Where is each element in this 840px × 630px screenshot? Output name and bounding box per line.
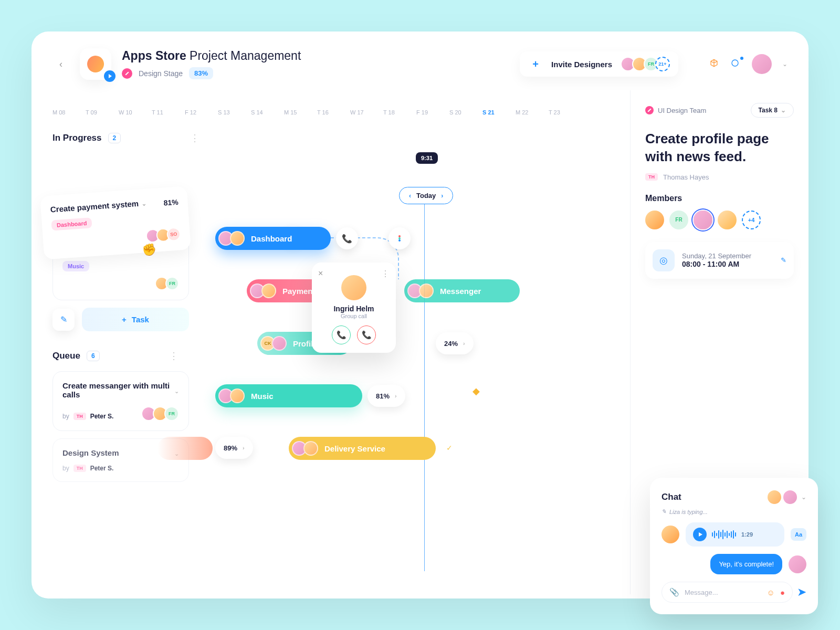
count-badge: 2: [108, 133, 121, 143]
percent-badge: 24%›: [436, 332, 474, 354]
chevron-right-icon: ›: [441, 192, 443, 200]
task-title: Create profile page with news feed.: [645, 130, 794, 166]
call-icon[interactable]: 📞: [336, 227, 358, 249]
chevron-down-icon[interactable]: ⌄: [801, 494, 806, 501]
cube-icon[interactable]: [710, 59, 720, 69]
team-label: UI Design Team: [645, 106, 706, 114]
team-icon: [645, 106, 654, 114]
edit-schedule-icon[interactable]: ✎: [781, 256, 786, 264]
sketch-icon: ◆: [472, 385, 480, 397]
timeline-day[interactable]: S 13: [218, 109, 251, 116]
avatar-badge: FR: [164, 406, 179, 421]
timeline-day[interactable]: W 17: [350, 109, 383, 116]
plus-icon: +: [528, 57, 543, 71]
call-popup: × ⋮ Ingrid Helm Group call 📞 📞: [312, 262, 396, 353]
avatar-badge: SO: [166, 227, 181, 242]
edit-button[interactable]: ✎: [52, 309, 75, 331]
gantt-bar-delivery[interactable]: Delivery Service: [289, 437, 436, 460]
attach-icon[interactable]: 📎: [669, 587, 679, 597]
tag: Dashboard: [51, 217, 92, 230]
timeline-day[interactable]: F 12: [185, 109, 218, 116]
waveform-icon: [712, 530, 736, 539]
members-heading: Members: [645, 194, 794, 203]
add-task-button[interactable]: +Task: [82, 308, 189, 331]
send-button[interactable]: ➤: [797, 585, 806, 599]
svg-point-0: [732, 60, 738, 66]
figma-icon[interactable]: [388, 227, 411, 249]
chevron-down-icon[interactable]: ⌄: [782, 60, 788, 68]
task-card[interactable]: Create messanger with multi calls ⌄ by T…: [52, 371, 189, 431]
now-indicator: [424, 204, 425, 571]
gantt-bar-dashboard[interactable]: Dashboard: [215, 227, 331, 250]
text-toggle[interactable]: Aa: [791, 528, 806, 541]
percent-badge: 89%›: [215, 437, 253, 459]
mic-icon[interactable]: ●: [780, 588, 785, 597]
svg-point-2: [398, 237, 401, 239]
avatar-overflow[interactable]: 21+: [655, 57, 670, 71]
play-icon[interactable]: [693, 528, 707, 541]
typing-indicator: ✎Liza is typing...: [662, 508, 806, 515]
member-avatar[interactable]: FR: [669, 211, 688, 229]
timeline-day[interactable]: M 15: [284, 109, 317, 116]
back-button[interactable]: ‹: [52, 56, 69, 72]
today-button[interactable]: ‹ Today ›: [399, 187, 453, 204]
more-icon[interactable]: ⋮: [381, 269, 390, 279]
avatar: [782, 489, 798, 505]
count-badge: 6: [87, 351, 100, 361]
play-badge-icon[interactable]: [104, 70, 116, 82]
timeline-day[interactable]: T 09: [86, 109, 119, 116]
avatar: [789, 555, 806, 573]
timeline-day[interactable]: W 10: [119, 109, 152, 116]
message-input[interactable]: 📎 Message... ☺ ●: [662, 582, 793, 603]
avatar: [766, 489, 782, 505]
caller-avatar: [341, 275, 366, 300]
percent-badge: 81%›: [368, 385, 405, 407]
task-selector[interactable]: Task 8⌄: [751, 103, 794, 118]
timeline-day[interactable]: T 23: [549, 109, 582, 116]
member-overflow[interactable]: +4: [742, 211, 761, 229]
profile-avatar[interactable]: [752, 54, 772, 74]
invite-designers[interactable]: + Invite Designers FR 21+: [520, 51, 678, 77]
timeline-day[interactable]: S 20: [449, 109, 482, 116]
chevron-down-icon: ⌄: [174, 388, 179, 395]
member-avatar[interactable]: [645, 211, 664, 229]
more-icon[interactable]: ⋮: [190, 132, 200, 144]
chat-panel: Chat ⌄ ✎Liza is typing... 1:29 Aa Yep, i…: [650, 478, 818, 614]
gantt-bar-messenger[interactable]: Messenger: [404, 279, 520, 302]
timeline-day[interactable]: T 11: [152, 109, 185, 116]
tag: Music: [62, 261, 89, 271]
gantt-bar-music[interactable]: Music: [215, 384, 362, 407]
timeline-day[interactable]: F 19: [416, 109, 449, 116]
timeline-day[interactable]: S 14: [251, 109, 284, 116]
close-icon[interactable]: ×: [318, 269, 323, 278]
member-avatar-active[interactable]: [694, 211, 712, 229]
message-bubble: Yep, it's complete!: [710, 554, 782, 574]
svg-point-3: [398, 239, 401, 242]
timeline-day[interactable]: T 16: [317, 109, 350, 116]
svg-point-1: [398, 235, 401, 237]
voice-message[interactable]: 1:29: [686, 522, 784, 547]
avatar: [662, 526, 679, 543]
gantt-bar-prev[interactable]: [158, 437, 213, 460]
section-title: Queue: [52, 351, 80, 361]
member-avatar[interactable]: [718, 211, 737, 229]
timeline-day[interactable]: M 08: [52, 109, 86, 116]
grab-cursor-icon: ✊: [142, 243, 157, 257]
more-icon[interactable]: ⋮: [169, 350, 178, 362]
emoji-icon[interactable]: ☺: [767, 588, 775, 597]
chevron-left-icon: ‹: [409, 192, 411, 200]
stage-icon: [122, 68, 132, 79]
task-card-dragging[interactable]: Create payment system⌄ 81% Dashboard SO …: [40, 186, 191, 259]
chat-title: Chat: [662, 492, 681, 502]
section-title: In Progress: [52, 133, 102, 143]
timeline-day[interactable]: S 21: [482, 109, 516, 116]
current-time-badge: 9:31: [416, 152, 438, 164]
timeline-day[interactable]: M 22: [516, 109, 549, 116]
chat-icon[interactable]: [731, 59, 741, 69]
decline-call-button[interactable]: 📞: [357, 326, 376, 344]
timeline-day[interactable]: T 18: [383, 109, 416, 116]
avatar-badge: FR: [165, 277, 179, 290]
accept-call-button[interactable]: 📞: [332, 326, 351, 344]
task-author: TH Thomas Hayes: [645, 173, 794, 181]
timeline: M 08T 09W 10T 11F 12S 13S 14M 15T 16W 17…: [52, 90, 630, 122]
